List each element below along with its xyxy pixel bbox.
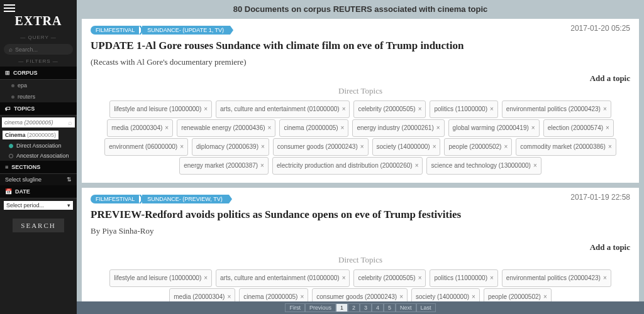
breadcrumb-segment[interactable]: SUNDANCE- (UPDATE 1, TV) [142,26,230,35]
pager-page-3[interactable]: 3 [360,303,372,312]
remove-tag-icon[interactable]: × [300,293,304,300]
topic-tag[interactable]: renewable energy (20000436)× [177,119,275,137]
topic-tag[interactable]: electricity production and distribution … [272,157,423,175]
topic-tag[interactable]: environmental politics (20000423)× [502,100,611,118]
topic-tag[interactable]: media (20000304)× [169,288,235,301]
result-card: FILMFESTIVALSUNDANCE- (UPDATE 1, TV)2017… [82,19,639,183]
tag-list: lifestyle and leisure (10000000)×arts, c… [91,269,630,301]
topic-tag[interactable]: energy industry (20000261)× [352,119,444,137]
remove-tag-icon[interactable]: × [415,162,419,169]
topic-tag[interactable]: lifestyle and leisure (10000000)× [109,100,212,118]
remove-tag-icon[interactable]: × [504,143,508,150]
remove-tag-icon[interactable]: × [490,106,494,112]
remove-tag-icon[interactable]: × [342,106,346,112]
topic-input[interactable] [2,117,68,127]
remove-tag-icon[interactable]: × [490,274,494,281]
query-label: — QUERY — [0,35,77,40]
topic-tag[interactable]: people (20000502)× [444,138,512,156]
pager-last[interactable]: Last [416,303,436,312]
topic-tag[interactable]: society (14000000)× [411,288,480,301]
hamburger-icon[interactable] [4,3,15,14]
result-card: FILMFESTIVALSUNDANCE- (PREVIEW, TV)2017-… [82,188,639,301]
remove-tag-icon[interactable]: × [608,143,612,150]
remove-tag-icon[interactable]: × [436,124,440,131]
topic-tag[interactable]: cinema (20000005)× [239,288,308,301]
search-icon[interactable]: ⌕ [68,119,72,126]
topic-tag[interactable]: environment (06000000)× [104,138,188,156]
topic-tag[interactable]: politics (11000000)× [430,269,497,287]
remove-tag-icon[interactable]: × [606,124,609,131]
topic-tag[interactable]: consumer goods (20000243)× [273,138,369,156]
topic-tag[interactable]: global warming (20000419)× [448,119,540,137]
remove-tag-icon[interactable]: × [543,293,547,300]
remove-tag-icon[interactable]: × [472,293,475,300]
corpus-reuters[interactable]: reuters [0,91,77,102]
date-header[interactable]: 📅DATE [0,185,77,198]
remove-tag-icon[interactable]: × [268,124,272,131]
remove-tag-icon[interactable]: × [180,143,184,150]
pager-page-2[interactable]: 2 [348,303,360,312]
direct-association[interactable]: Direct Association [0,141,77,151]
remove-tag-icon[interactable]: × [399,293,403,300]
remove-tag-icon[interactable]: × [603,274,607,281]
topic-tag[interactable]: celebrity (20000505)× [353,100,426,118]
topic-tag[interactable]: celebrity (20000505)× [353,269,426,287]
search-button[interactable]: SEARCH [13,219,64,232]
pager-prev[interactable]: Previous [305,303,336,312]
topic-tag[interactable]: media (20000304)× [107,119,173,137]
app-logo: EXTRA [0,11,77,32]
remove-tag-icon[interactable]: × [360,143,364,150]
breadcrumb-segment[interactable]: FILMFESTIVAL [91,195,141,203]
corpus-epa[interactable]: epa [0,80,77,91]
remove-tag-icon[interactable]: × [533,162,537,169]
topic-tag[interactable]: arts, culture and entertainment (0100000… [216,269,350,287]
period-select[interactable]: Select period...▾ [4,201,73,210]
slugline-select[interactable]: Select slugline⇅ [0,174,77,185]
search-input[interactable] [15,46,65,53]
topic-tag[interactable]: diplomacy (20000639)× [192,138,269,156]
topic-tag[interactable]: science and technology (13000000)× [426,157,541,175]
pager-next[interactable]: Next [396,303,416,312]
remove-tag-icon[interactable]: × [204,274,208,281]
topic-tag[interactable]: consumer goods (20000243)× [312,288,408,301]
remove-tag-icon[interactable]: × [603,106,607,112]
add-topic-link[interactable]: Add a topic [91,73,630,84]
remove-tag-icon[interactable]: × [260,162,264,169]
topic-tag[interactable]: lifestyle and leisure (10000000)× [109,269,212,287]
topic-tag[interactable]: politics (11000000)× [430,100,497,118]
pager-page-1[interactable]: 1 [336,303,348,312]
remove-tag-icon[interactable]: × [433,143,436,150]
remove-tag-icon[interactable]: × [531,124,535,131]
topic-tag[interactable]: arts, culture and entertainment (0100000… [216,100,350,118]
breadcrumb-segment[interactable]: FILMFESTIVAL [91,26,141,35]
topic-chip-cinema[interactable]: Cinema (20000005) [3,131,58,139]
remove-tag-icon[interactable]: × [342,274,346,281]
remove-tag-icon[interactable]: × [341,124,345,131]
corpus-header[interactable]: ⊞CORPUS [0,67,77,80]
pager-page-5[interactable]: 5 [384,303,396,312]
remove-tag-icon[interactable]: × [418,274,422,281]
remove-tag-icon[interactable]: × [418,106,422,112]
doc-title[interactable]: PREVIEW-Redford avoids politics as Sunda… [91,208,630,221]
topic-tag[interactable]: election (20000574)× [543,119,614,137]
topic-tag[interactable]: people (20000502)× [484,288,552,301]
remove-tag-icon[interactable]: × [204,106,208,112]
ancestor-association[interactable]: Ancestor Association [0,151,77,161]
add-topic-link[interactable]: Add a topic [91,242,630,252]
breadcrumb-segment[interactable]: SUNDANCE- (PREVIEW, TV) [142,195,228,203]
doc-title[interactable]: UPDATE 1-Al Gore rouses Sundance with cl… [91,40,630,52]
pager-first[interactable]: First [285,303,305,312]
topic-tag[interactable]: cinema (20000005)× [279,119,348,137]
pager-page-4[interactable]: 4 [372,303,384,312]
sections-header[interactable]: ≡SECTIONS [0,161,77,174]
remove-tag-icon[interactable]: × [227,293,231,300]
topic-tag[interactable]: commodity market (20000386)× [516,138,616,156]
topic-tag[interactable]: energy market (20000387)× [179,157,269,175]
direct-topics-label: Direct Topics [91,255,630,265]
topics-header[interactable]: 🏷TOPICS [0,102,77,116]
topic-tag[interactable]: society (14000000)× [372,138,441,156]
topic-tag[interactable]: environmental politics (20000423)× [502,269,611,287]
remove-tag-icon[interactable]: × [261,143,265,150]
search-pill[interactable]: ⌕ [4,44,73,55]
remove-tag-icon[interactable]: × [165,124,169,131]
